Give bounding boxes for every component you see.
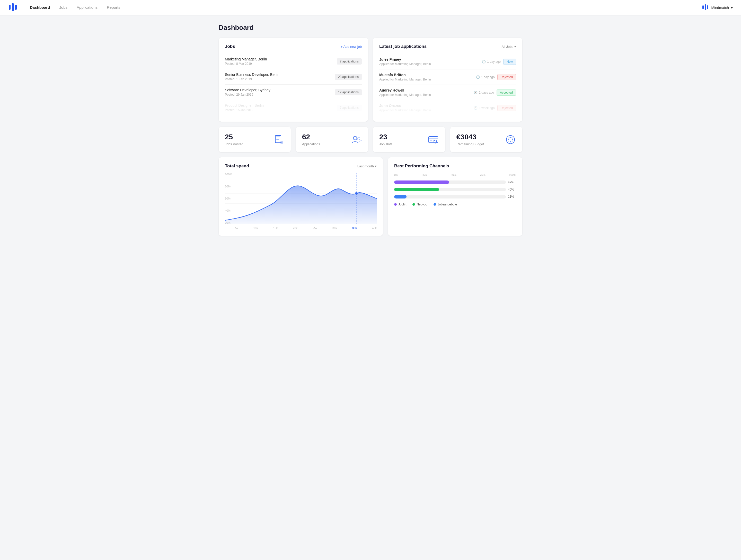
app-person-name: Audrey Howell [379, 88, 431, 92]
legend-dot-neuvoo [412, 203, 415, 206]
x-label-highlight: 35k [352, 227, 357, 230]
svg-rect-5 [707, 5, 708, 9]
chart-title: Total spend [225, 164, 249, 169]
app-item[interactable]: John Orozco Applied for Marketing Manage… [379, 100, 516, 115]
stat-label: Job slots [379, 142, 392, 146]
app-person-info: Jules Finney Applied for Marketing Manag… [379, 57, 431, 66]
svg-rect-3 [702, 5, 704, 9]
bar-axis: 0% 25% 50% 75% 100% [394, 173, 516, 176]
app-for: Applied for Marketing Manager, Berlin [379, 93, 431, 97]
stat-job-slots: 23 Job slots [373, 127, 445, 152]
nav-reports[interactable]: Reports [107, 0, 120, 15]
job-date: Posted: 15 Jan 2019 [225, 108, 264, 112]
app-badge: 23 applications [335, 74, 362, 80]
stats-row: 25 Jobs Posted 62 Applications [219, 127, 522, 152]
svg-point-12 [357, 137, 360, 140]
y-label: 60% [225, 197, 235, 200]
add-job-link[interactable]: + Add new job [341, 45, 362, 49]
channels-title: Best Performing Channels [394, 164, 449, 169]
job-name: Marketing Manager, Berlin [225, 57, 267, 61]
axis-label: 25% [422, 173, 427, 176]
app-item[interactable]: Mustafa Britton Applied for Marketing Ma… [379, 69, 516, 85]
channels-legend: Joblift Neuvoo Jobsangebote [394, 203, 516, 206]
bar-fill [394, 188, 439, 191]
app-meta: 🕐 2 days ago Accepted [474, 89, 516, 96]
nav-jobs[interactable]: Jobs [59, 0, 67, 15]
y-label: 80% [225, 185, 235, 188]
bar-fill [394, 195, 407, 198]
app-person-name: Mustafa Britton [379, 73, 431, 77]
svg-rect-9 [276, 139, 279, 140]
status-badge: Accepted [496, 89, 516, 96]
job-item[interactable]: Product Designer, Berlin Posted: 15 Jan … [225, 100, 362, 115]
chevron-down-icon: ▾ [514, 45, 516, 49]
x-label: 5k [235, 227, 238, 230]
job-item[interactable]: Senior Business Developer, Berlin Posted… [225, 69, 362, 84]
channels-card: Best Performing Channels 0% 25% 50% 75% … [388, 157, 522, 236]
app-time: 🕐 1 day ago [482, 60, 501, 64]
budget-icon [505, 134, 516, 145]
stat-budget: €3043 Remaining Budget [450, 127, 522, 152]
stat-number: 25 [225, 133, 244, 141]
job-info: Senior Business Developer, Berlin Posted… [225, 73, 279, 81]
app-item[interactable]: Audrey Howell Applied for Marketing Mana… [379, 85, 516, 100]
x-label: 30k [332, 227, 337, 230]
app-for: Applied for Marketing Manager, Berlin [379, 62, 431, 66]
nav-applications[interactable]: Applications [77, 0, 97, 15]
bar-pct: 40% [508, 188, 516, 191]
stat-info: 23 Job slots [379, 133, 392, 146]
stat-info: 25 Jobs Posted [225, 133, 244, 146]
chart-filter[interactable]: Last month ▾ [357, 164, 377, 168]
stat-applications: 62 Applications [296, 127, 368, 152]
clock-icon: 🕐 [474, 106, 478, 110]
app-time: 🕐 2 days ago [474, 91, 494, 94]
logo[interactable] [8, 3, 30, 13]
apps-list: Jules Finney Applied for Marketing Manag… [379, 54, 516, 115]
clock-icon: 🕐 [482, 60, 486, 64]
user-menu[interactable]: Mindmatch ▾ [702, 4, 733, 11]
stat-label: Jobs Posted [225, 142, 244, 146]
svg-point-17 [507, 136, 515, 144]
app-person-info: John Orozco Applied for Marketing Manage… [379, 104, 431, 112]
job-name: Software Developer, Sydney [225, 88, 270, 92]
latest-apps-card: Latest job applications All Jobs ▾ Jules… [373, 38, 522, 122]
job-date: Posted: 29 Jan 2019 [225, 93, 270, 96]
job-item[interactable]: Software Developer, Sydney Posted: 29 Ja… [225, 84, 362, 100]
axis-label: 100% [509, 173, 516, 176]
job-item[interactable]: Marketing Manager, Berlin Posted: 8 Mar … [225, 54, 362, 69]
clock-icon: 🕐 [476, 75, 480, 79]
app-item[interactable]: Jules Finney Applied for Marketing Manag… [379, 54, 516, 69]
navbar: Dashboard Jobs Applications Reports Mind… [0, 0, 741, 15]
y-label: 100% [225, 173, 235, 176]
job-date: Posted: 1 Feb 2019 [225, 77, 279, 81]
app-time: 🕐 1 week ago [474, 106, 494, 110]
stat-label: Applications [302, 142, 320, 146]
bottom-row: Total spend Last month ▾ 100% 80% 60% 40… [219, 157, 522, 236]
chevron-down-icon: ▾ [731, 6, 733, 10]
status-badge: New [503, 59, 516, 65]
bar-track [394, 188, 506, 191]
svg-point-11 [353, 136, 357, 140]
chart-header: Total spend Last month ▾ [225, 164, 377, 169]
svg-rect-4 [705, 4, 706, 10]
jobs-card-title: Jobs [225, 44, 235, 49]
applications-icon [350, 134, 362, 145]
bar-row-neuvoo: 40% [394, 188, 516, 191]
bar-row-joblift: 49% [394, 180, 516, 184]
nav-dashboard[interactable]: Dashboard [30, 0, 50, 15]
status-badge: Rejected [497, 105, 516, 111]
spend-chart-area: 100% 80% 60% 40% 20% [225, 173, 377, 230]
jobs-icon [273, 134, 284, 145]
stat-label: Remaining Budget [457, 142, 484, 146]
axis-label: 50% [451, 173, 457, 176]
latest-apps-title: Latest job applications [379, 44, 426, 49]
all-jobs-filter[interactable]: All Jobs ▾ [501, 45, 516, 49]
app-person-name: Jules Finney [379, 57, 431, 62]
stat-info: 62 Applications [302, 133, 320, 146]
stat-number: 62 [302, 133, 320, 141]
legend-label: Joblift [398, 203, 406, 206]
bar-fill [394, 180, 449, 184]
legend-dot-jobsangebote [433, 203, 436, 206]
svg-rect-8 [276, 138, 280, 138]
x-labels: 5k 10k 15k 20k 25k 30k 35k 40k [235, 227, 377, 230]
